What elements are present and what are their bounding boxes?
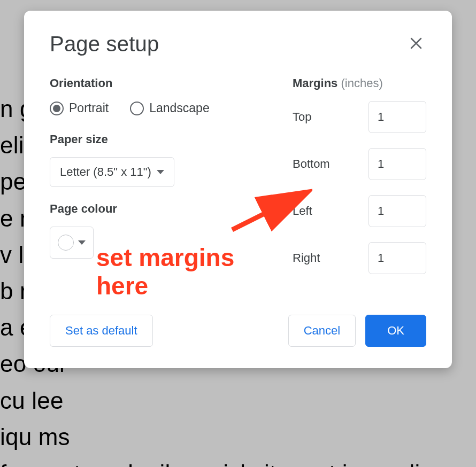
page-setup-dialog: Page setup Orientation Portrait Landscap…	[24, 11, 452, 368]
chevron-down-icon	[157, 170, 164, 174]
footer-right: Cancel OK	[288, 315, 426, 347]
margins-units: (inches)	[341, 76, 382, 90]
ok-button[interactable]: OK	[365, 315, 426, 347]
margins-label: Margins (inches)	[293, 76, 426, 90]
paper-size-select[interactable]: Letter (8.5" x 11")	[50, 157, 174, 187]
cancel-button[interactable]: Cancel	[288, 315, 356, 347]
margins-label-text: Margins	[293, 76, 337, 90]
margin-top-row: Top	[293, 101, 426, 133]
margin-right-row: Right	[293, 242, 426, 274]
paper-size-label: Paper size	[50, 133, 260, 146]
margin-right-label: Right	[293, 251, 320, 265]
close-button[interactable]	[406, 35, 426, 54]
margin-bottom-label: Bottom	[293, 157, 330, 171]
margin-left-input[interactable]	[368, 195, 426, 227]
paper-size-value: Letter (8.5" x 11")	[60, 165, 151, 179]
margin-right-input[interactable]	[368, 242, 426, 274]
close-icon	[410, 36, 422, 52]
orientation-portrait-radio[interactable]: Portrait	[50, 101, 109, 115]
margin-left-label: Left	[293, 204, 312, 218]
radio-icon	[50, 102, 64, 115]
margin-top-label: Top	[293, 110, 311, 124]
margin-top-input[interactable]	[368, 101, 426, 133]
chevron-down-icon	[78, 240, 86, 245]
dialog-footer: Set as default Cancel OK	[50, 315, 426, 347]
set-as-default-button[interactable]: Set as default	[50, 315, 153, 347]
margin-bottom-row: Bottom	[293, 148, 426, 180]
color-swatch-icon	[58, 235, 74, 251]
margins-column: Margins (inches) Top Bottom Left Right	[293, 76, 426, 289]
orientation-options: Portrait Landscape	[50, 101, 260, 115]
left-column: Orientation Portrait Landscape Paper siz…	[50, 76, 260, 289]
orientation-label: Orientation	[50, 76, 260, 90]
page-color-select[interactable]	[50, 227, 94, 259]
orientation-landscape-radio[interactable]: Landscape	[130, 101, 210, 115]
radio-label: Landscape	[149, 101, 210, 115]
radio-label: Portrait	[69, 101, 109, 115]
dialog-title: Page setup	[50, 32, 159, 56]
page-color-label: Page colour	[50, 202, 260, 216]
dialog-body: Orientation Portrait Landscape Paper siz…	[50, 76, 426, 289]
margin-left-row: Left	[293, 195, 426, 227]
dialog-header: Page setup	[50, 32, 426, 56]
margin-bottom-input[interactable]	[368, 148, 426, 180]
radio-icon	[130, 102, 144, 115]
